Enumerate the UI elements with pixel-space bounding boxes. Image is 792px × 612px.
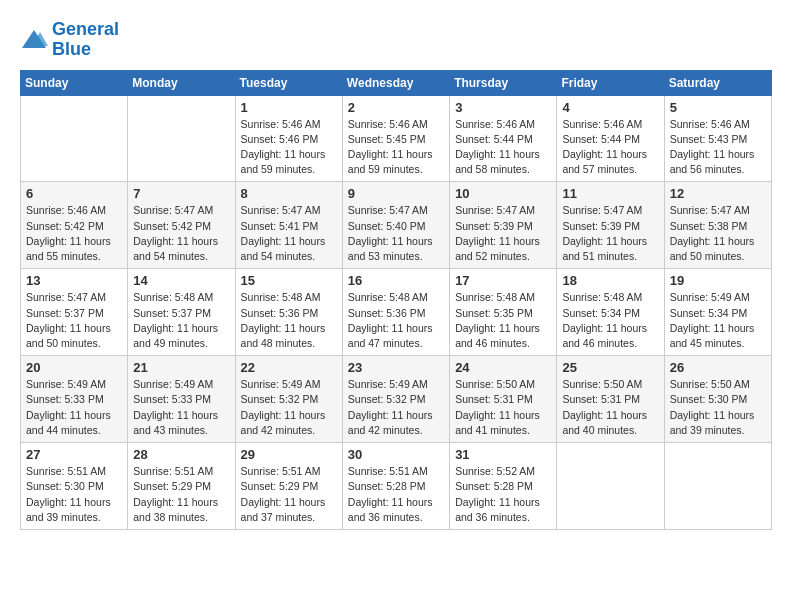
calendar-cell: 7Sunrise: 5:47 AM Sunset: 5:42 PM Daylig…: [128, 182, 235, 269]
day-info: Sunrise: 5:46 AM Sunset: 5:46 PM Dayligh…: [241, 117, 337, 178]
day-info: Sunrise: 5:47 AM Sunset: 5:42 PM Dayligh…: [133, 203, 229, 264]
weekday-header: Tuesday: [235, 70, 342, 95]
calendar-cell: 24Sunrise: 5:50 AM Sunset: 5:31 PM Dayli…: [450, 356, 557, 443]
day-info: Sunrise: 5:46 AM Sunset: 5:45 PM Dayligh…: [348, 117, 444, 178]
calendar-week-row: 20Sunrise: 5:49 AM Sunset: 5:33 PM Dayli…: [21, 356, 772, 443]
day-info: Sunrise: 5:49 AM Sunset: 5:34 PM Dayligh…: [670, 290, 766, 351]
day-info: Sunrise: 5:52 AM Sunset: 5:28 PM Dayligh…: [455, 464, 551, 525]
day-info: Sunrise: 5:51 AM Sunset: 5:30 PM Dayligh…: [26, 464, 122, 525]
day-number: 25: [562, 360, 658, 375]
day-info: Sunrise: 5:46 AM Sunset: 5:43 PM Dayligh…: [670, 117, 766, 178]
calendar-cell: 25Sunrise: 5:50 AM Sunset: 5:31 PM Dayli…: [557, 356, 664, 443]
calendar-cell: 17Sunrise: 5:48 AM Sunset: 5:35 PM Dayli…: [450, 269, 557, 356]
calendar-cell: [557, 443, 664, 530]
weekday-header: Saturday: [664, 70, 771, 95]
day-info: Sunrise: 5:46 AM Sunset: 5:44 PM Dayligh…: [562, 117, 658, 178]
calendar-body: 1Sunrise: 5:46 AM Sunset: 5:46 PM Daylig…: [21, 95, 772, 529]
day-info: Sunrise: 5:47 AM Sunset: 5:39 PM Dayligh…: [562, 203, 658, 264]
calendar-cell: 20Sunrise: 5:49 AM Sunset: 5:33 PM Dayli…: [21, 356, 128, 443]
calendar-cell: 1Sunrise: 5:46 AM Sunset: 5:46 PM Daylig…: [235, 95, 342, 182]
page-header: General Blue: [20, 20, 772, 60]
calendar-cell: 30Sunrise: 5:51 AM Sunset: 5:28 PM Dayli…: [342, 443, 449, 530]
day-number: 9: [348, 186, 444, 201]
calendar-cell: 4Sunrise: 5:46 AM Sunset: 5:44 PM Daylig…: [557, 95, 664, 182]
logo-text: General Blue: [52, 20, 119, 60]
day-number: 31: [455, 447, 551, 462]
day-number: 12: [670, 186, 766, 201]
weekday-header: Monday: [128, 70, 235, 95]
calendar-header-row: SundayMondayTuesdayWednesdayThursdayFrid…: [21, 70, 772, 95]
day-number: 5: [670, 100, 766, 115]
calendar-cell: 18Sunrise: 5:48 AM Sunset: 5:34 PM Dayli…: [557, 269, 664, 356]
calendar-cell: 28Sunrise: 5:51 AM Sunset: 5:29 PM Dayli…: [128, 443, 235, 530]
day-info: Sunrise: 5:51 AM Sunset: 5:28 PM Dayligh…: [348, 464, 444, 525]
day-info: Sunrise: 5:48 AM Sunset: 5:35 PM Dayligh…: [455, 290, 551, 351]
day-info: Sunrise: 5:49 AM Sunset: 5:33 PM Dayligh…: [133, 377, 229, 438]
calendar-cell: 14Sunrise: 5:48 AM Sunset: 5:37 PM Dayli…: [128, 269, 235, 356]
day-number: 11: [562, 186, 658, 201]
day-number: 6: [26, 186, 122, 201]
calendar-cell: 26Sunrise: 5:50 AM Sunset: 5:30 PM Dayli…: [664, 356, 771, 443]
calendar-cell: 11Sunrise: 5:47 AM Sunset: 5:39 PM Dayli…: [557, 182, 664, 269]
day-info: Sunrise: 5:51 AM Sunset: 5:29 PM Dayligh…: [133, 464, 229, 525]
day-number: 19: [670, 273, 766, 288]
calendar-cell: 27Sunrise: 5:51 AM Sunset: 5:30 PM Dayli…: [21, 443, 128, 530]
day-number: 13: [26, 273, 122, 288]
day-info: Sunrise: 5:47 AM Sunset: 5:38 PM Dayligh…: [670, 203, 766, 264]
day-info: Sunrise: 5:48 AM Sunset: 5:37 PM Dayligh…: [133, 290, 229, 351]
calendar-cell: 5Sunrise: 5:46 AM Sunset: 5:43 PM Daylig…: [664, 95, 771, 182]
calendar-table: SundayMondayTuesdayWednesdayThursdayFrid…: [20, 70, 772, 530]
day-number: 30: [348, 447, 444, 462]
day-number: 22: [241, 360, 337, 375]
day-number: 26: [670, 360, 766, 375]
calendar-week-row: 13Sunrise: 5:47 AM Sunset: 5:37 PM Dayli…: [21, 269, 772, 356]
day-number: 18: [562, 273, 658, 288]
day-info: Sunrise: 5:49 AM Sunset: 5:32 PM Dayligh…: [241, 377, 337, 438]
calendar-cell: 8Sunrise: 5:47 AM Sunset: 5:41 PM Daylig…: [235, 182, 342, 269]
calendar-week-row: 6Sunrise: 5:46 AM Sunset: 5:42 PM Daylig…: [21, 182, 772, 269]
day-number: 21: [133, 360, 229, 375]
calendar-week-row: 1Sunrise: 5:46 AM Sunset: 5:46 PM Daylig…: [21, 95, 772, 182]
day-number: 16: [348, 273, 444, 288]
day-number: 10: [455, 186, 551, 201]
day-info: Sunrise: 5:48 AM Sunset: 5:34 PM Dayligh…: [562, 290, 658, 351]
day-number: 3: [455, 100, 551, 115]
day-info: Sunrise: 5:49 AM Sunset: 5:33 PM Dayligh…: [26, 377, 122, 438]
calendar-cell: 31Sunrise: 5:52 AM Sunset: 5:28 PM Dayli…: [450, 443, 557, 530]
day-info: Sunrise: 5:50 AM Sunset: 5:31 PM Dayligh…: [562, 377, 658, 438]
calendar-cell: 12Sunrise: 5:47 AM Sunset: 5:38 PM Dayli…: [664, 182, 771, 269]
calendar-cell: 16Sunrise: 5:48 AM Sunset: 5:36 PM Dayli…: [342, 269, 449, 356]
weekday-header: Thursday: [450, 70, 557, 95]
calendar-cell: 19Sunrise: 5:49 AM Sunset: 5:34 PM Dayli…: [664, 269, 771, 356]
day-number: 1: [241, 100, 337, 115]
calendar-cell: [128, 95, 235, 182]
day-info: Sunrise: 5:46 AM Sunset: 5:44 PM Dayligh…: [455, 117, 551, 178]
calendar-cell: 2Sunrise: 5:46 AM Sunset: 5:45 PM Daylig…: [342, 95, 449, 182]
day-info: Sunrise: 5:48 AM Sunset: 5:36 PM Dayligh…: [348, 290, 444, 351]
day-number: 23: [348, 360, 444, 375]
day-number: 27: [26, 447, 122, 462]
day-number: 24: [455, 360, 551, 375]
calendar-cell: 9Sunrise: 5:47 AM Sunset: 5:40 PM Daylig…: [342, 182, 449, 269]
day-number: 14: [133, 273, 229, 288]
calendar-cell: 23Sunrise: 5:49 AM Sunset: 5:32 PM Dayli…: [342, 356, 449, 443]
day-info: Sunrise: 5:50 AM Sunset: 5:31 PM Dayligh…: [455, 377, 551, 438]
day-number: 29: [241, 447, 337, 462]
calendar-cell: 22Sunrise: 5:49 AM Sunset: 5:32 PM Dayli…: [235, 356, 342, 443]
day-info: Sunrise: 5:47 AM Sunset: 5:40 PM Dayligh…: [348, 203, 444, 264]
day-info: Sunrise: 5:50 AM Sunset: 5:30 PM Dayligh…: [670, 377, 766, 438]
weekday-header: Sunday: [21, 70, 128, 95]
calendar-cell: 6Sunrise: 5:46 AM Sunset: 5:42 PM Daylig…: [21, 182, 128, 269]
day-number: 7: [133, 186, 229, 201]
calendar-cell: [21, 95, 128, 182]
calendar-cell: [664, 443, 771, 530]
day-number: 17: [455, 273, 551, 288]
calendar-cell: 10Sunrise: 5:47 AM Sunset: 5:39 PM Dayli…: [450, 182, 557, 269]
logo-icon: [20, 28, 48, 52]
day-number: 28: [133, 447, 229, 462]
calendar-cell: 3Sunrise: 5:46 AM Sunset: 5:44 PM Daylig…: [450, 95, 557, 182]
calendar-cell: 13Sunrise: 5:47 AM Sunset: 5:37 PM Dayli…: [21, 269, 128, 356]
day-info: Sunrise: 5:46 AM Sunset: 5:42 PM Dayligh…: [26, 203, 122, 264]
weekday-header: Wednesday: [342, 70, 449, 95]
day-info: Sunrise: 5:51 AM Sunset: 5:29 PM Dayligh…: [241, 464, 337, 525]
